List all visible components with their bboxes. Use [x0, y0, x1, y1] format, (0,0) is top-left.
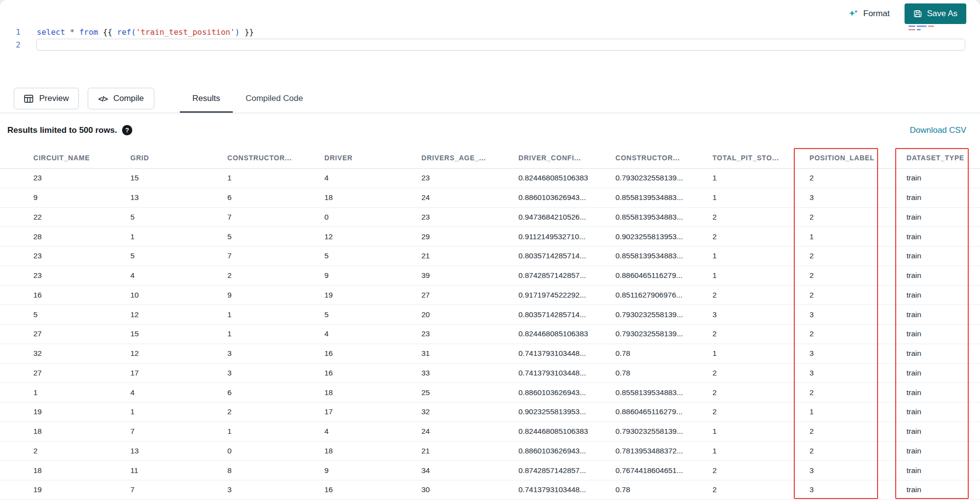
table-cell: 2	[227, 271, 324, 280]
table-row: 181189340.8742857142857...0.767441860465…	[0, 461, 980, 480]
table-cell: 18	[324, 447, 421, 455]
table-cell: 1	[712, 349, 809, 358]
table-cell: 1	[130, 407, 227, 416]
table-cell: 7	[130, 427, 227, 436]
table-cell: 2	[712, 407, 809, 416]
help-icon[interactable]: ?	[122, 125, 132, 135]
column-header: GRID	[130, 154, 227, 162]
table-cell: 13	[130, 193, 227, 202]
table-cell: 2	[809, 427, 906, 436]
table-cell: 0.9171974522292...	[518, 291, 615, 300]
table-cell: 7	[130, 485, 227, 494]
table-header-row: CIRCUIT_NAMEGRIDCONSTRUCTOR...DRIVERDRIV…	[0, 147, 980, 169]
table-cell: 1	[809, 232, 906, 241]
table-cell: 33	[421, 369, 518, 377]
tab-results[interactable]: Results	[180, 84, 233, 113]
table-cell: 15	[130, 174, 227, 182]
table-cell: 3	[712, 310, 809, 319]
table-cell: 12	[130, 349, 227, 358]
table-cell: 5	[33, 310, 130, 319]
table-cell: 2	[809, 329, 906, 338]
code-token-plain: }}	[240, 27, 254, 37]
table-cell: train	[906, 447, 980, 455]
table-cell: train	[906, 193, 980, 202]
code-token-keyword: select	[37, 27, 65, 37]
table-cell: 3	[809, 310, 906, 319]
table-cell: 1	[712, 427, 809, 436]
table-cell: 1	[33, 388, 130, 397]
line-number: 1	[0, 27, 21, 37]
table-cell: 23	[421, 213, 518, 222]
table-cell: 0.8558139534883...	[615, 251, 712, 260]
table-cell: 32	[421, 407, 518, 416]
table-cell: 0.8035714285714...	[518, 251, 615, 260]
table-cell: 0.8742857142857...	[518, 466, 615, 475]
compile-button[interactable]: </> Compile	[88, 88, 154, 109]
table-cell: 22	[33, 213, 130, 222]
table-cell: 23	[33, 251, 130, 260]
table-cell: 3	[227, 369, 324, 377]
code-line: 2	[0, 38, 980, 51]
table-cell: 2	[712, 329, 809, 338]
table-cell: train	[906, 427, 980, 436]
column-header: DRIVER_CONFI...	[518, 154, 615, 162]
table-cell: 2	[809, 251, 906, 260]
table-cell: 5	[324, 251, 421, 260]
table-cell: 31	[421, 349, 518, 358]
table-cell: 2	[227, 407, 324, 416]
table-cell: 8	[227, 466, 324, 475]
table-cell: 1	[227, 427, 324, 436]
table-row: 213018210.8860103626943...0.781395348837…	[0, 442, 980, 461]
table-row: 2717316330.7413793103448...0.7823train	[0, 364, 980, 383]
table-cell: 0	[324, 213, 421, 222]
table-cell: 15	[130, 329, 227, 338]
table-cell: 0.8558139534883...	[615, 193, 712, 202]
code-token-operator: *	[70, 27, 74, 37]
column-header: TOTAL_PIT_STO...	[712, 154, 809, 162]
table-cell: 0.7413793103448...	[518, 485, 615, 494]
download-csv-link[interactable]: Download CSV	[910, 125, 966, 135]
table-cell: 0.8742857142857...	[518, 271, 615, 280]
table-cell: 2	[712, 388, 809, 397]
table-cell: 18	[33, 427, 130, 436]
column-header: DRIVERS_AGE_...	[421, 154, 518, 162]
table-cell: 2	[712, 213, 809, 222]
table-cell: train	[906, 310, 980, 319]
table-cell: 19	[324, 291, 421, 300]
table-cell: 9	[33, 193, 130, 202]
table-cell: 1	[712, 447, 809, 455]
table-cell: 7	[227, 251, 324, 260]
table-cell: 4	[324, 174, 421, 182]
code-editor[interactable]: 1 select * from {{ ref('train_test_posit…	[0, 25, 980, 51]
tab-compiled-code[interactable]: Compiled Code	[233, 84, 316, 113]
table-cell: 27	[421, 291, 518, 300]
code-line-1-content: select * from {{ ref('train_test_positio…	[37, 27, 254, 37]
column-header: DATASET_TYPE	[906, 154, 980, 162]
table-cell: 30	[421, 485, 518, 494]
table-cell: 0.8035714285714...	[518, 310, 615, 319]
sql-ide: Format Save As 1 select * from {{ ref('t…	[0, 0, 980, 500]
table-cell: train	[906, 407, 980, 416]
table-cell: 1	[809, 407, 906, 416]
table-cell: train	[906, 271, 980, 280]
table-cell: 0.824468085106383	[518, 329, 615, 338]
preview-button[interactable]: Preview	[14, 88, 79, 109]
save-as-button[interactable]: Save As	[905, 3, 966, 24]
table-cell: 18	[324, 388, 421, 397]
table-cell: 23	[33, 174, 130, 182]
sparkles-icon	[849, 9, 858, 19]
table-cell: 4	[130, 271, 227, 280]
table-cell: 18	[33, 466, 130, 475]
code-line-2-selection[interactable]	[36, 39, 965, 50]
table-cell: 9	[227, 291, 324, 300]
table-cell: 19	[33, 485, 130, 494]
table-cell: 23	[421, 329, 518, 338]
code-line: 1 select * from {{ ref('train_test_posit…	[0, 25, 980, 38]
format-button[interactable]: Format	[849, 9, 890, 19]
actions-bar: Preview </> Compile Results Compiled Cod…	[0, 84, 980, 113]
table-cell: 5	[130, 213, 227, 222]
table-cell: 3	[809, 369, 906, 377]
table-cell: 0.7930232558139...	[615, 174, 712, 182]
table-cell: 2	[809, 388, 906, 397]
table-cell: 0.9023255813953...	[518, 407, 615, 416]
